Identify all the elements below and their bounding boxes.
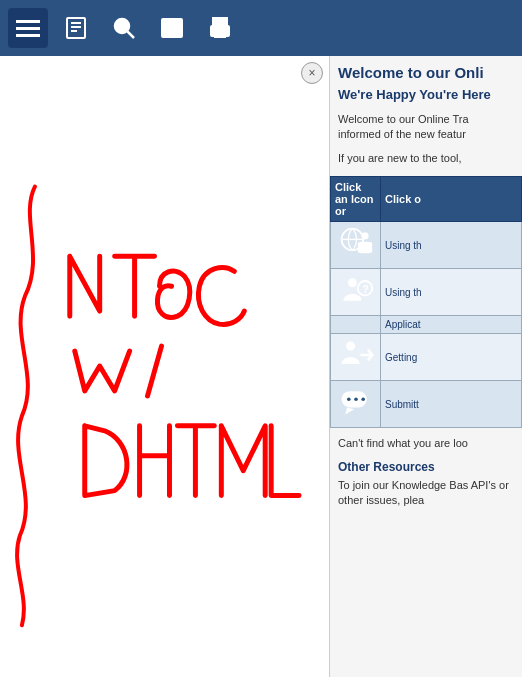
toolbar	[0, 0, 522, 56]
other-resources-text: To join our Knowledge Bas API's or other…	[330, 476, 522, 511]
svg-rect-1	[16, 27, 40, 30]
svg-rect-0	[16, 20, 40, 23]
table-icon-cell: ?	[331, 269, 381, 316]
table-link-cell[interactable]: Getting	[381, 334, 522, 381]
table-link-cell[interactable]: Using th	[381, 222, 522, 269]
svg-point-24	[347, 398, 351, 402]
intro-text-2: If you are new to the tool,	[330, 147, 522, 170]
search-button[interactable]	[104, 8, 144, 48]
handwriting-area	[0, 56, 329, 677]
close-button[interactable]: ×	[301, 62, 323, 84]
welcome-title: Welcome to our Onli	[330, 56, 522, 85]
bookmarks-button[interactable]	[56, 8, 96, 48]
right-panel: Welcome to our Onli We're Happy You're H…	[330, 56, 522, 677]
happy-subtitle: We're Happy You're Here	[330, 85, 522, 108]
left-panel: ×	[0, 56, 330, 677]
table-link-cell[interactable]: Using th	[381, 269, 522, 316]
svg-point-21	[346, 342, 355, 351]
table-icon-cell	[331, 334, 381, 381]
svg-point-17	[361, 232, 368, 239]
navigation-table: Click an Icon or Click o	[330, 176, 522, 428]
svg-point-18	[347, 278, 356, 287]
main-layout: ×	[0, 56, 522, 677]
table-header-icon: Click an Icon or	[331, 177, 381, 222]
svg-point-7	[115, 19, 129, 33]
other-resources-title: Other Resources	[330, 456, 522, 476]
print-button[interactable]	[200, 8, 240, 48]
svg-text:?: ?	[362, 283, 369, 295]
table-row: Applicat	[331, 316, 522, 334]
svg-line-8	[128, 32, 135, 39]
table-icon-cell	[331, 222, 381, 269]
cant-find-text: Can't find what you are loo	[330, 428, 522, 455]
table-icon-cell	[331, 381, 381, 428]
hamburger-menu-button[interactable]	[8, 8, 48, 48]
table-row: Submitt	[331, 381, 522, 428]
split-view-button[interactable]	[152, 8, 192, 48]
svg-rect-2	[16, 34, 40, 37]
table-header-link: Click o	[381, 177, 522, 222]
table-icon-cell	[331, 316, 381, 334]
table-row: Using th	[331, 222, 522, 269]
svg-rect-13	[215, 31, 225, 37]
svg-point-14	[225, 29, 227, 31]
table-row: ? Using th	[331, 269, 522, 316]
svg-point-25	[354, 398, 358, 402]
table-row: Getting	[331, 334, 522, 381]
svg-rect-11	[213, 18, 227, 26]
intro-text-1: Welcome to our Online Tra informed of th…	[330, 108, 522, 147]
table-link-cell[interactable]: Submitt	[381, 381, 522, 428]
table-link-cell[interactable]: Applicat	[381, 316, 522, 334]
svg-point-26	[361, 398, 365, 402]
